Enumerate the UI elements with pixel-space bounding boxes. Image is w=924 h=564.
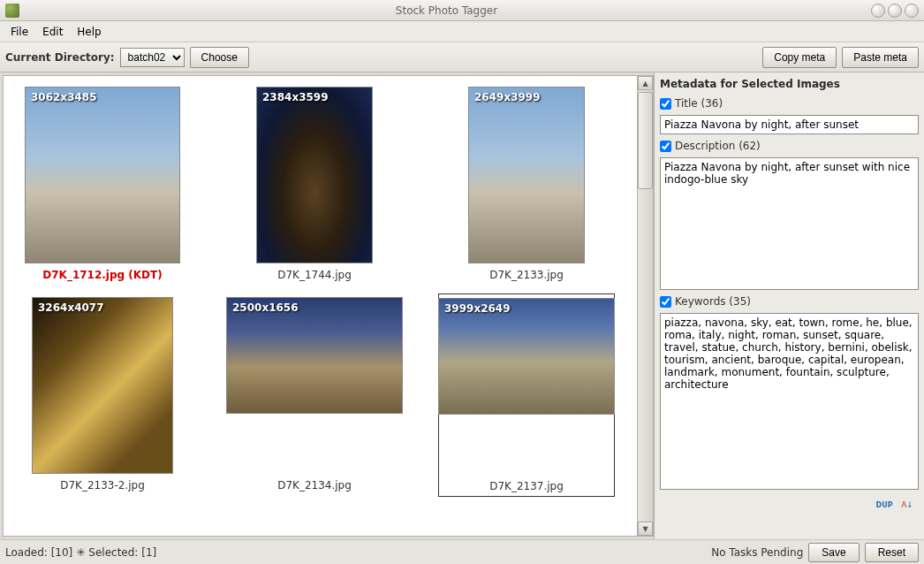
thumbnail-caption: D7K_2133.jpg xyxy=(489,269,564,281)
thumbnail-caption: D7K_1712.jpg (KDT) xyxy=(42,269,162,281)
gallery-scrollbar[interactable]: ▲ ▼ xyxy=(637,76,653,536)
thumbnail-image[interactable]: 3999x2649 xyxy=(438,298,615,415)
thumbnail-image[interactable]: 3264x4077 xyxy=(32,297,173,474)
thumbnail-cell[interactable]: 3999x2649D7K_2137.jpg xyxy=(438,293,615,497)
scroll-thumb[interactable] xyxy=(638,92,653,189)
reset-button[interactable]: Reset xyxy=(865,543,919,562)
dimension-badge: 2384x3599 xyxy=(262,91,329,103)
scroll-up-arrow[interactable]: ▲ xyxy=(638,76,653,90)
status-sep: ✳ xyxy=(76,546,85,559)
app-icon xyxy=(5,4,19,18)
thumbnail-caption: D7K_2134.jpg xyxy=(277,479,352,492)
thumbnail-cell[interactable]: 2384x3599D7K_1744.jpg xyxy=(226,83,403,285)
scroll-down-arrow[interactable]: ▼ xyxy=(638,522,653,536)
gallery-wrap: 3062x3485D7K_1712.jpg (KDT)2384x3599D7K_… xyxy=(3,75,654,537)
panel-bottom-icons: DUP A↓ xyxy=(660,495,919,514)
description-field-row: Description (62) xyxy=(660,140,919,152)
dimension-badge: 2649x3999 xyxy=(474,91,541,103)
current-directory-label: Current Directory: xyxy=(5,51,115,64)
thumbnail-gallery: 3062x3485D7K_1712.jpg (KDT)2384x3599D7K_… xyxy=(4,76,637,536)
keywords-label: Keywords (35) xyxy=(675,295,751,308)
menu-help[interactable]: Help xyxy=(70,23,108,41)
dimension-badge: 2500x1656 xyxy=(232,301,299,314)
thumbnail-cell[interactable]: 2500x1656D7K_2134.jpg xyxy=(226,293,403,497)
thumbnail-cell[interactable]: 2649x3999D7K_2133.jpg xyxy=(438,83,615,285)
title-input[interactable] xyxy=(660,115,919,134)
description-label: Description (62) xyxy=(675,140,761,152)
thumbnail-caption: D7K_2133-2.jpg xyxy=(60,479,145,492)
toolbar: Current Directory: batch02 Choose Copy m… xyxy=(0,42,924,72)
statusbar: Loaded: [10] ✳ Selected: [1] No Tasks Pe… xyxy=(0,539,924,564)
dimension-badge: 3264x4077 xyxy=(38,301,104,314)
metadata-panel: Metadata for Selected Images Title (36) … xyxy=(654,72,924,539)
thumbnail-image[interactable]: 2500x1656 xyxy=(226,297,403,414)
keywords-input[interactable] xyxy=(660,313,919,490)
choose-button[interactable]: Choose xyxy=(190,47,249,68)
description-checkbox[interactable] xyxy=(660,141,671,152)
window-title: Stock Photo Tagger xyxy=(25,4,868,17)
copy-meta-button[interactable]: Copy meta xyxy=(762,47,837,68)
thumbnail-cell[interactable]: 3062x3485D7K_1712.jpg (KDT) xyxy=(14,83,191,285)
status-tasks: No Tasks Pending xyxy=(711,546,803,559)
status-loaded: Loaded: [10] xyxy=(5,546,72,559)
keywords-field-row: Keywords (35) xyxy=(660,295,919,308)
menubar: File Edit Help xyxy=(0,21,924,42)
thumbnail-image[interactable]: 2384x3599 xyxy=(256,87,373,263)
sort-az-icon[interactable]: A↓ xyxy=(899,497,915,513)
keywords-checkbox[interactable] xyxy=(660,296,671,308)
paste-meta-button[interactable]: Paste meta xyxy=(842,47,919,68)
menu-file[interactable]: File xyxy=(4,23,35,41)
title-label: Title (36) xyxy=(675,97,723,110)
close-button[interactable] xyxy=(905,4,919,18)
description-input[interactable] xyxy=(660,157,919,290)
scroll-track[interactable] xyxy=(638,90,653,522)
minimize-button[interactable] xyxy=(871,4,885,18)
dimension-badge: 3062x3485 xyxy=(31,91,97,103)
dup-icon[interactable]: DUP xyxy=(876,497,892,513)
status-selected: Selected: [1] xyxy=(88,546,156,559)
metadata-header: Metadata for Selected Images xyxy=(660,76,919,92)
thumbnail-image[interactable]: 2649x3999 xyxy=(468,87,585,263)
save-button[interactable]: Save xyxy=(808,543,859,562)
thumbnail-cell[interactable]: 3264x4077D7K_2133-2.jpg xyxy=(14,293,191,497)
thumbnail-image[interactable]: 3062x3485 xyxy=(25,87,180,263)
dimension-badge: 3999x2649 xyxy=(444,302,511,315)
main-area: 3062x3485D7K_1712.jpg (KDT)2384x3599D7K_… xyxy=(0,72,924,539)
menu-edit[interactable]: Edit xyxy=(35,23,70,41)
maximize-button[interactable] xyxy=(888,4,902,18)
thumbnail-caption: D7K_1744.jpg xyxy=(277,269,352,281)
titlebar: Stock Photo Tagger xyxy=(0,0,924,21)
thumbnail-caption: D7K_2137.jpg xyxy=(489,480,564,492)
directory-select[interactable]: batch02 xyxy=(120,48,185,67)
title-field-row: Title (36) xyxy=(660,97,919,110)
title-checkbox[interactable] xyxy=(660,98,671,110)
